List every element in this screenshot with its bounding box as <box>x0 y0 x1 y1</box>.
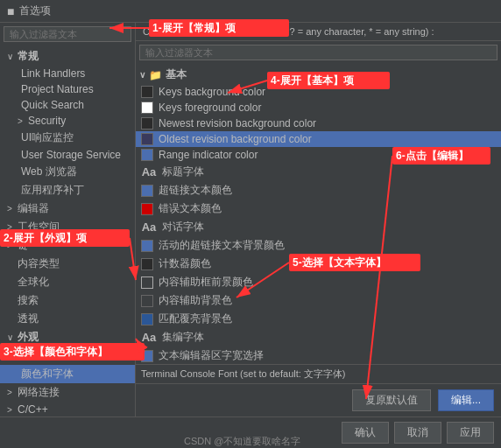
expander-editor: > <box>7 204 18 214</box>
right-filter-input[interactable] <box>139 45 497 60</box>
tree-item-quick-search[interactable]: Quick Search <box>0 97 135 113</box>
expander-workspace: > <box>7 222 18 232</box>
tree-label-project-natures: Project Natures <box>21 83 94 95</box>
item-label-keys-bg: Keys background color <box>159 86 265 98</box>
item-label-match-bg: 匹配覆亮背景色 <box>159 312 232 326</box>
tree-item-c-cpp[interactable]: > C/C++ <box>0 402 135 416</box>
item-label-keys-fg: Keys foreground color <box>159 102 261 114</box>
item-label-editor-font: 集编字体 <box>162 330 204 345</box>
color-swatch-range-indicator <box>141 149 153 161</box>
tree-label-editor: 编辑器 <box>18 201 49 216</box>
tree-label-link-handlers: Link Handlers <box>21 67 85 80</box>
color-swatch-active-link-bg <box>141 240 153 252</box>
item-label-assist-bg: 内容辅助背景色 <box>159 293 232 308</box>
item-match-bg[interactable]: 匹配覆亮背景色 <box>136 310 501 328</box>
item-keys-fg[interactable]: Keys foreground color <box>136 100 501 116</box>
expander-appearance: ∨ <box>7 332 18 342</box>
tree-label-user-storage: User Storage Service <box>21 149 121 161</box>
tree-item-global[interactable]: 全球化 <box>0 273 135 291</box>
tree-item-key[interactable]: > 键 <box>0 236 135 255</box>
tree-label-security: Security <box>28 115 66 127</box>
bottom-bar: Terminal Console Font (set to default: 文… <box>136 364 501 383</box>
section-basic[interactable]: ∨ 📁 基本 <box>136 66 501 84</box>
title-bar: ■ 首选项 <box>0 0 501 23</box>
ok-button[interactable]: 确认 <box>342 422 389 444</box>
tree-label-inner-type: 内容类型 <box>18 256 60 271</box>
item-label-text-width: 文本编辑器区字宽选择 <box>159 348 264 363</box>
item-oldest-rev-bg[interactable]: Oldest revision background color <box>136 131 501 147</box>
tree-item-project-natures[interactable]: Project Natures <box>0 81 135 97</box>
left-panel: ∨ 常规 Link Handlers Project Natures Quick… <box>0 23 136 416</box>
color-swatch-newest-rev-bg <box>141 117 153 130</box>
tree-item-ui-monitor[interactable]: UI响应监控 <box>0 129 135 147</box>
aa-title-font: Aa <box>141 165 157 178</box>
edit-button[interactable]: 编辑... <box>438 389 494 411</box>
tree-item-editor[interactable]: > 编辑器 <box>0 200 135 218</box>
color-swatch-hyperlink <box>141 185 153 197</box>
item-assist-bg[interactable]: 内容辅助背景色 <box>136 291 501 310</box>
tree-label-ui-monitor: UI响应监控 <box>21 130 74 145</box>
tree-label-general: 常规 <box>18 49 39 64</box>
tree-item-workspace[interactable]: > 工作空间 <box>0 218 135 236</box>
left-filter-input[interactable] <box>4 26 131 42</box>
title-text: 首选项 <box>19 4 51 18</box>
color-swatch-keys-fg <box>141 102 153 114</box>
tree-item-app-addon[interactable]: 应用程序补丁 <box>0 181 135 200</box>
color-swatch-text-width <box>141 350 153 362</box>
item-error-color[interactable]: 错误文本颜色 <box>136 200 501 218</box>
tree-item-inner-type[interactable]: 内容类型 <box>0 255 135 273</box>
apply-button[interactable]: 应用 <box>447 422 494 444</box>
right-header: Colors and Fonts (font, size, type, ? = … <box>136 23 501 41</box>
item-assist-fg[interactable]: 内容辅助框前景颜色 <box>136 273 501 291</box>
item-label-dialog-font: 对话字体 <box>162 220 204 234</box>
item-active-link-bg[interactable]: 活动的超链接文本背景颜色 <box>136 236 501 255</box>
color-swatch-assist-fg <box>141 276 153 289</box>
tree-item-user-storage[interactable]: User Storage Service <box>0 147 135 163</box>
tree-label-appearance: 外观 <box>18 330 39 345</box>
tree-item-appearance[interactable]: ∨ 外观 <box>0 328 135 346</box>
tree-item-filter[interactable]: 透视 <box>0 310 135 328</box>
tree-label-workspace: 工作空间 <box>18 220 60 234</box>
item-counter-color[interactable]: 计数器颜色 <box>136 255 501 273</box>
tree-label-network: 网络连接 <box>18 385 60 400</box>
tree-item-tag-decorate[interactable]: 标签装饰 <box>0 346 135 365</box>
tree-label-global: 全球化 <box>18 275 49 290</box>
expander-basic: ∨ <box>139 70 145 80</box>
item-label-counter-color: 计数器颜色 <box>159 256 211 271</box>
tree-item-color-font[interactable]: 颜色和字体 <box>0 365 135 383</box>
item-text-width[interactable]: 文本编辑器区字宽选择 <box>136 346 501 364</box>
item-title-font[interactable]: Aa 标题字体 <box>136 163 501 181</box>
item-range-indicator[interactable]: Range indicator color <box>136 147 501 163</box>
tree-label-app-addon: 应用程序补丁 <box>21 183 84 198</box>
tree-label-c-cpp: C/C++ <box>18 403 48 416</box>
expander-network: > <box>7 388 18 397</box>
item-label-newest-rev-bg: Newest revision background color <box>159 117 316 130</box>
prefs-icon: ■ <box>7 4 14 18</box>
cancel-button[interactable]: 取消 <box>394 422 441 444</box>
tree-item-link-handlers[interactable]: Link Handlers <box>0 66 135 81</box>
item-label-active-link-bg: 活动的超链接文本背景颜色 <box>159 238 285 253</box>
tree-item-search[interactable]: 搜索 <box>0 291 135 310</box>
tree-label-web-browser: Web 浏览器 <box>21 164 77 179</box>
tree-label-filter: 透视 <box>18 312 39 326</box>
tree-label-tag-decorate: 标签装饰 <box>21 348 63 363</box>
item-keys-bg[interactable]: Keys background color <box>136 84 501 100</box>
folder-icon: 📁 <box>149 69 162 81</box>
expander-general: ∨ <box>7 52 18 61</box>
tree-item-general[interactable]: ∨ 常规 <box>0 47 135 66</box>
color-swatch-assist-bg <box>141 295 153 307</box>
item-newest-rev-bg[interactable]: Newest revision background color <box>136 116 501 131</box>
tree-item-security[interactable]: > Security <box>0 113 135 129</box>
tree-item-network[interactable]: > 网络连接 <box>0 383 135 402</box>
item-hyperlink-color[interactable]: 超链接文本颜色 <box>136 181 501 200</box>
restore-button[interactable]: 复原默认值 <box>352 389 431 411</box>
item-label-hyperlink-color: 超链接文本颜色 <box>159 183 232 198</box>
tree-area: ∨ 常规 Link Handlers Project Natures Quick… <box>0 46 135 416</box>
item-dialog-font[interactable]: Aa 对话字体 <box>136 218 501 236</box>
tree-label-key: 键 <box>18 238 28 253</box>
item-editor-font[interactable]: Aa 集编字体 <box>136 328 501 346</box>
item-label-range-indicator: Range indicator color <box>159 149 258 161</box>
expander-key: > <box>7 241 18 250</box>
section-basic-label: 基本 <box>166 67 187 82</box>
tree-item-web-browser[interactable]: Web 浏览器 <box>0 163 135 181</box>
